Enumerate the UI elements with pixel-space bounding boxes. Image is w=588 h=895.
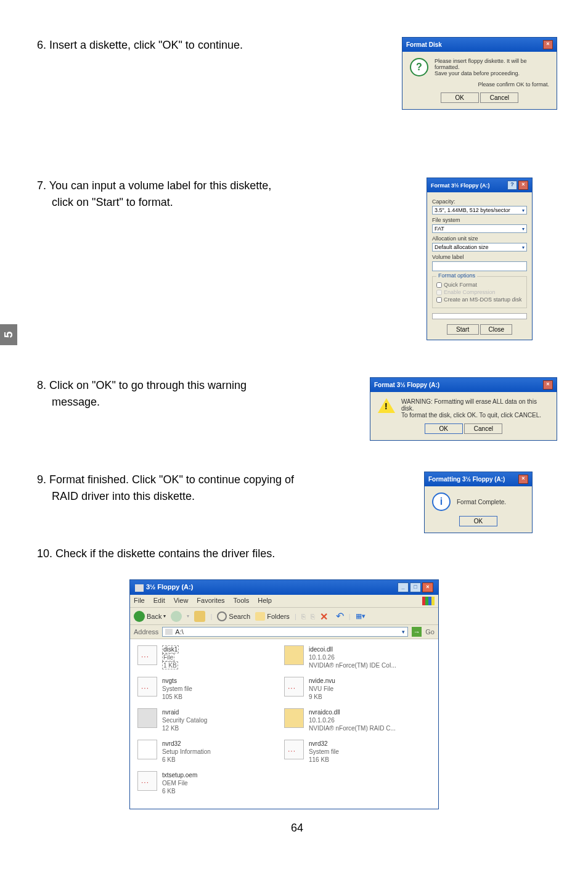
file-icon [284,677,304,697]
explorer-window: 3½ Floppy (A:) _ □ × File Edit View Favo… [129,579,439,809]
address-bar: Address A:\ ▾ → Go [130,625,438,639]
chevron-down-icon: ▾ [522,208,525,213]
menu-edit[interactable]: Edit [153,597,165,605]
step-7-text: 7. You can input a volume label for this… [37,178,418,211]
warning-icon [378,398,395,413]
folders-button[interactable]: Folders [255,612,290,621]
close-icon[interactable]: × [518,475,528,484]
maximize-icon[interactable]: □ [410,582,421,592]
alloc-select[interactable]: Default allocation size▾ [432,243,527,251]
chevron-down-icon: ▾ [522,226,525,232]
back-button[interactable]: Back▾ [134,611,166,622]
ok-button[interactable]: OK [425,423,463,434]
quick-format-checkbox[interactable]: Quick Format [436,282,523,288]
file-item[interactable]: nvrd32System file116 KB [284,740,431,764]
close-icon[interactable]: × [543,40,553,49]
file-item[interactable]: txtsetup.oemOEM File6 KB [137,771,284,795]
file-item[interactable]: disk1File1 KB [137,645,284,669]
file-icon [284,645,304,665]
dialog6-titlebar: Format Disk × [402,38,557,52]
undo-icon[interactable]: ↶ [336,610,344,622]
minimize-icon[interactable]: _ [398,582,409,592]
progress-bar [432,313,527,319]
dialog9-titlebar: Formatting 3½ Floppy (A:) × [425,472,532,486]
file-icon [284,740,304,759]
menubar: File Edit View Favorites Tools Help [130,595,438,608]
step-10-text: 10. Check if the diskette contains the d… [37,546,557,562]
file-item[interactable]: nvgtsSystem file105 KB [137,677,284,701]
go-icon[interactable]: → [412,627,422,637]
help-icon[interactable]: ? [507,181,517,190]
close-icon[interactable]: × [422,582,433,592]
msdos-startup-checkbox[interactable]: Create an MS-DOS startup disk [436,296,523,303]
floppy-icon [165,629,173,635]
windows-flag-icon [422,597,435,605]
filesystem-select[interactable]: FAT▾ [432,224,527,233]
warning-dialog: Format 3½ Floppy (A:) × WARNING: Formatt… [370,377,557,441]
ok-button[interactable]: OK [441,92,479,103]
menu-file[interactable]: File [134,597,145,605]
file-icon [137,771,157,791]
chevron-down-icon: ▾ [522,245,525,250]
file-item[interactable]: nvraidSecurity Catalog12 KB [137,708,284,732]
volume-label-input[interactable] [432,261,527,271]
info-icon: i [432,492,451,511]
floppy-icon [135,584,144,592]
menu-favorites[interactable]: Favorites [197,597,224,605]
file-list: disk1File1 KB idecoi.dll10.1.0.26NVIDIA®… [130,639,438,809]
views-icon[interactable]: ▦▾ [356,612,365,620]
dialog8-titlebar: Format 3½ Floppy (A:) × [370,378,557,392]
search-button[interactable]: Search [217,611,250,621]
back-icon [134,611,145,622]
file-icon [137,645,157,665]
file-icon [137,677,157,697]
chapter-tab: 5 [0,324,17,345]
file-item[interactable]: idecoi.dll10.1.0.26NVIDIA® nForce(TM) ID… [284,645,431,669]
step-9-text: 9. Format finished. Click "OK" to contin… [37,472,415,505]
step-8-text: 8. Click on "OK" to go through this warn… [37,377,361,411]
menu-help[interactable]: Help [258,597,272,605]
go-button[interactable]: Go [425,628,435,635]
address-input[interactable]: A:\ ▾ [162,627,408,637]
file-icon [284,708,304,728]
step-6-text: 6. Insert a diskette, click "OK" to cont… [37,37,393,54]
move-icon[interactable]: ⎘ [301,613,306,620]
page-number: 64 [37,822,557,835]
menu-tools[interactable]: Tools [234,597,250,605]
complete-dialog: Formatting 3½ Floppy (A:) × i Format Com… [424,472,533,533]
ok-button[interactable]: OK [459,516,497,526]
format-disk-dialog: Format Disk × ? Please insert floppy dis… [402,37,557,110]
start-button[interactable]: Start [447,324,479,335]
chevron-down-icon: ▾ [402,629,405,635]
forward-icon[interactable] [171,611,182,622]
dialog7-titlebar: Format 3½ Floppy (A:) ?× [427,178,532,192]
enable-compression-checkbox: Enable Compression [436,289,523,295]
capacity-select[interactable]: 3.5", 1.44MB, 512 bytes/sector▾ [432,206,527,215]
delete-icon[interactable]: ✕ [320,611,331,622]
close-icon[interactable]: × [518,181,528,190]
file-item[interactable]: nvraidco.dll10.1.0.26NVIDIA® nForce(TM) … [284,708,431,732]
toolbar: Back▾ ▾ | Search Folders | ⎘ ⎘ ✕ ↶ | ▦▾ [130,608,438,625]
file-item[interactable]: nvrd32Setup Information6 KB [137,740,284,764]
copy-icon[interactable]: ⎘ [311,613,315,620]
close-icon[interactable]: × [543,380,553,390]
folders-icon [255,612,265,621]
file-icon [137,708,157,728]
up-icon[interactable] [194,611,205,622]
format-options-dialog: Format 3½ Floppy (A:) ?× Capacity: 3.5",… [427,178,533,340]
cancel-button[interactable]: Cancel [464,423,502,434]
close-button[interactable]: Close [480,324,512,335]
search-icon [217,611,227,621]
file-icon [137,740,157,759]
question-icon: ? [410,58,428,76]
file-item[interactable]: nvide.nvuNVU File9 KB [284,677,431,701]
explorer-titlebar: 3½ Floppy (A:) _ □ × [130,580,438,595]
cancel-button[interactable]: Cancel [480,92,518,103]
menu-view[interactable]: View [174,597,189,605]
